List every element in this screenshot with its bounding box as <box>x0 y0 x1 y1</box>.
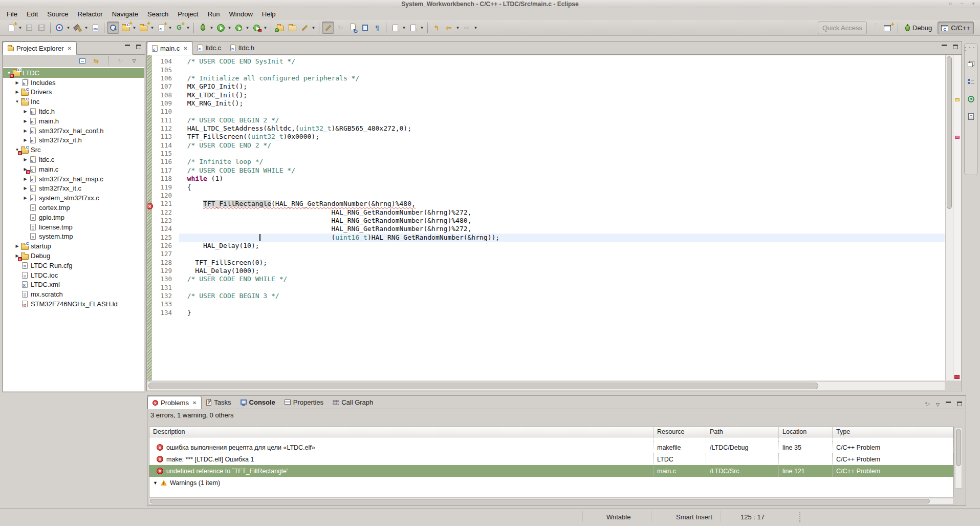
code-line-123[interactable]: 123 HAL_RNG_GetRandomNumber(&hrng)%480, <box>147 217 945 225</box>
dropdown-arrow-icon[interactable]: ▼ <box>245 22 250 34</box>
code-line-127[interactable]: 127 <box>147 250 945 258</box>
debug-button[interactable] <box>197 22 209 34</box>
menu-help[interactable]: Help <box>257 9 280 19</box>
drag-handle-icon[interactable]: • • • • <box>965 46 977 51</box>
tree-item-stm32f7xx-hal-msp-c[interactable]: ▶cstm32f7xx_hal_msp.c <box>3 174 144 184</box>
dropdown-arrow-icon[interactable]: ▼ <box>401 22 407 34</box>
tree-item-main-c[interactable]: ▶c✕main.c <box>3 164 144 174</box>
dropdown-arrow-icon[interactable]: ▼ <box>473 22 478 34</box>
tree-collapsed-arrow-icon[interactable]: ▶ <box>23 196 28 200</box>
close-icon[interactable]: ✕ <box>183 46 187 51</box>
tree-item-ltdc-run-cfg[interactable]: LTDC Run.cfg <box>3 261 144 270</box>
code-line-133[interactable]: 133 <box>147 300 945 308</box>
menu-project[interactable]: Project <box>173 9 203 19</box>
code-view[interactable]: ✕ 103104 /* USER CODE END SysInit */1051… <box>147 55 961 381</box>
code-line-109[interactable]: 109 MX_RNG_Init(); <box>147 99 945 108</box>
tree-item-debug[interactable]: ▶✕Debug <box>3 251 144 261</box>
code-line-128[interactable]: 128 TFT_FillScreen(0); <box>147 259 945 267</box>
tree-item-system-stm32f7xx-c[interactable]: ▶csystem_stm32f7xx.c <box>3 193 144 203</box>
problem-row[interactable]: ✕ошибка выполнения рецепта для цели «LTD… <box>149 441 953 453</box>
perspective-debug[interactable]: Debug <box>902 22 935 34</box>
problems-view-menu-button[interactable]: ▽ <box>936 399 940 408</box>
dropdown-arrow-icon[interactable]: ▼ <box>455 22 461 34</box>
tree-item-main-h[interactable]: ▶hmain.h <box>3 116 144 126</box>
problems-minimize-view-button[interactable] <box>946 399 951 408</box>
tree-expanded-arrow-icon[interactable]: ▼ <box>14 99 20 104</box>
tree-collapsed-arrow-icon[interactable]: ▶ <box>14 244 20 248</box>
new-global-button[interactable]: G+ <box>173 22 185 34</box>
code-line-130[interactable]: 130 /* USER CODE END WHILE */ <box>147 275 945 283</box>
window-maximize-icon[interactable]: + <box>972 0 975 7</box>
overview-ruler[interactable] <box>953 55 961 381</box>
code-line-108[interactable]: 108 MX_LTDC_Init(); <box>147 91 945 99</box>
problems-maximize-view-button[interactable] <box>957 399 962 408</box>
editor-vscrollbar[interactable] <box>945 55 953 381</box>
code-line-125[interactable]: 125 (uint16_t)HAL_RNG_GetRandomNumber(&h… <box>147 234 945 242</box>
fastview-document-view-button[interactable] <box>966 112 976 121</box>
back-nav-button[interactable]: ⇦ <box>443 22 455 34</box>
tree-collapsed-arrow-icon[interactable]: ▶ <box>23 119 28 123</box>
show-whitespace-button[interactable]: ¶ <box>371 22 383 34</box>
overview-marker-yellow[interactable] <box>955 98 960 101</box>
next-annotation-button[interactable]: ↓ <box>389 22 401 34</box>
tree-item-inc[interactable]: ▼CInc <box>3 97 144 107</box>
launch-target-button[interactable] <box>53 22 66 34</box>
code-line-107[interactable]: 107 MX_GPIO_Init(); <box>147 82 945 91</box>
dropdown-arrow-icon[interactable]: ▼ <box>17 22 23 34</box>
column-header-path[interactable]: Path <box>706 427 779 437</box>
tree-collapsed-arrow-icon[interactable]: ▶ <box>23 177 28 181</box>
connection-button[interactable] <box>274 22 286 34</box>
tree-item-ltdc[interactable]: ▼C✕LTDC <box>3 68 144 78</box>
explorer-link-editor-button[interactable]: ⇆ <box>92 56 101 66</box>
code-line-105[interactable]: 105 <box>147 66 945 74</box>
explorer-collapse-all-button[interactable] <box>78 56 87 66</box>
new-c-folder-button[interactable]: + <box>137 22 149 34</box>
tree-collapsed-arrow-icon[interactable]: ▶ <box>23 138 28 142</box>
prev-annotation-button[interactable]: ↑ <box>407 22 419 34</box>
editor-hscrollbar[interactable] <box>147 381 945 390</box>
code-line-114[interactable]: 114 /* USER CODE END 2 */ <box>147 141 945 150</box>
column-header-location[interactable]: Location <box>779 427 833 437</box>
menu-navigate[interactable]: Navigate <box>107 9 143 19</box>
code-line-112[interactable]: 112 HAL_LTDC_SetAddress(&hltdc,(uint32_t… <box>147 124 945 133</box>
tree-item-stm32f746nghx-flash-ld[interactable]: LDSTM32F746NGHx_FLASH.ld <box>3 299 144 309</box>
editor-tab-ltdc-h[interactable]: hltdc.h <box>226 41 259 54</box>
maximize-view-icon[interactable] <box>953 45 958 49</box>
open-folder-button[interactable] <box>286 22 298 34</box>
tree-item-startup[interactable]: ▶Cstartup <box>3 241 144 251</box>
code-line-131[interactable]: 131 <box>147 284 945 292</box>
tree-item-drivers[interactable]: ▶CDrivers <box>3 88 144 97</box>
column-header-type[interactable]: Type <box>833 427 953 437</box>
group-expand-arrow-icon[interactable]: ▼ <box>153 480 158 486</box>
menu-refactor[interactable]: Refactor <box>73 9 107 19</box>
problem-row[interactable]: ✕make: *** [LTDC.elf] Ошибка 1LTDCC/C++ … <box>149 453 953 465</box>
dropdown-arrow-icon[interactable]: ▼ <box>167 22 173 34</box>
new-c-file-button[interactable]: c+ <box>155 22 167 34</box>
code-line-121[interactable]: 121 TFT_FillRectangle(HAL_RNG_GetRandomN… <box>147 200 945 208</box>
build-button[interactable] <box>71 22 83 34</box>
problems-vscroll-thumb[interactable] <box>956 429 961 466</box>
new-file-button[interactable]: + <box>5 22 17 34</box>
maximize-view-icon[interactable] <box>136 45 141 49</box>
search-toggle-button[interactable] <box>107 22 119 34</box>
dropdown-arrow-icon[interactable]: ▼ <box>83 22 89 34</box>
problems-vscrollbar[interactable] <box>955 427 962 489</box>
problems-tab-tasks[interactable]: Tasks <box>202 396 235 409</box>
warnings-group-row[interactable]: ▼!Warnings (1 item) <box>149 477 953 489</box>
overview-marker-error[interactable] <box>954 375 960 379</box>
run-button[interactable] <box>214 22 227 34</box>
menu-run[interactable]: Run <box>203 9 225 19</box>
tree-item-ltdc-c[interactable]: ▶cltdc.c <box>3 155 144 164</box>
editor-tab-ltdc-c[interactable]: cltdc.c <box>193 41 226 54</box>
window-minimize-icon[interactable]: − <box>960 0 963 7</box>
quick-access-input[interactable]: Quick Access <box>818 22 867 34</box>
column-header-description[interactable]: Description <box>149 427 654 437</box>
statusbar-drag-handle[interactable] <box>799 512 800 522</box>
tree-item-ltdc-h[interactable]: ▶hltdc.h <box>3 107 144 116</box>
tree-item-mx-scratch[interactable]: mx.scratch <box>3 289 144 299</box>
menu-source[interactable]: Source <box>42 9 73 19</box>
dropdown-arrow-icon[interactable]: ▼ <box>185 22 191 34</box>
problems-tab-console[interactable]: Console <box>236 396 280 409</box>
menu-search[interactable]: Search <box>143 9 173 19</box>
tree-item-cortex-tmp[interactable]: cortex.tmp <box>3 203 144 213</box>
